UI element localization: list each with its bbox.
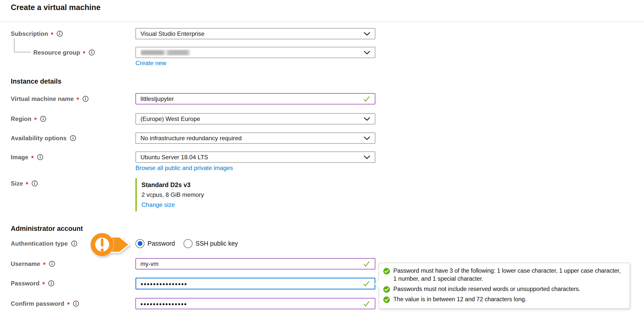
radio-circle: [184, 239, 193, 248]
region-dropdown[interactable]: (Europe) West Europe: [135, 113, 375, 124]
vm-name-value: littlestjupyter: [140, 95, 360, 102]
required-marker: *: [26, 180, 28, 188]
chevron-down-icon: [364, 32, 370, 36]
required-marker: *: [31, 153, 34, 161]
subscription-label: Subscription: [11, 30, 48, 37]
radio-password-label: Password: [147, 240, 175, 247]
resource-group-value-redacted: [140, 50, 361, 56]
image-label: Image: [11, 154, 28, 161]
valid-check-icon: [363, 300, 370, 307]
password-label: Password: [11, 280, 40, 287]
auth-type-radio-group: Password SSH public key: [135, 238, 238, 249]
username-value: my-vm: [140, 260, 360, 267]
info-icon[interactable]: [32, 180, 38, 187]
create-vm-page: Create a virtual machine Subscription * …: [0, 0, 644, 319]
instance-details-heading: Instance details: [11, 78, 62, 85]
info-icon[interactable]: [71, 240, 77, 247]
availability-value: No infrastructure redundancy required: [140, 135, 361, 142]
password-validation-tooltip: Password must have 3 of the following: 1…: [379, 263, 630, 309]
info-icon[interactable]: [89, 49, 95, 56]
radio-ssh-label: SSH public key: [196, 240, 238, 247]
chevron-down-icon: [364, 136, 370, 140]
resource-group-dropdown[interactable]: [135, 47, 375, 58]
radio-ssh-public-key[interactable]: SSH public key: [184, 239, 238, 248]
info-icon[interactable]: [73, 300, 79, 307]
check-circle-icon: [383, 296, 390, 303]
size-summary: Standard D2s v3 2 vcpus, 8 GiB memory Ch…: [135, 178, 266, 211]
validation-rule: The value is in between 12 and 72 charac…: [383, 295, 624, 303]
chevron-down-icon: [364, 117, 370, 121]
required-marker: *: [51, 30, 53, 38]
required-marker: *: [34, 115, 37, 123]
resource-group-label-row: Resource group *: [33, 47, 95, 58]
subscription-value: Visual Studio Enterprise: [140, 30, 361, 37]
valid-check-icon: [363, 260, 370, 268]
browse-images-link[interactable]: Browse all public and private images: [135, 165, 233, 172]
confirm-password-label: Confirm password: [11, 300, 64, 307]
info-icon[interactable]: [40, 116, 46, 122]
info-icon[interactable]: [57, 31, 63, 37]
required-marker: *: [67, 300, 70, 308]
chevron-down-icon: [364, 51, 370, 55]
chevron-down-icon: [364, 155, 370, 159]
password-input[interactable]: •••••••••••••••: [135, 278, 375, 289]
vm-name-input[interactable]: littlestjupyter: [135, 93, 375, 104]
vm-name-label-row: Virtual machine name *: [11, 93, 89, 104]
availability-label: Availability options: [11, 135, 67, 142]
required-marker: *: [42, 279, 45, 287]
administrator-account-heading: Administrator account: [11, 225, 83, 233]
resource-group-label: Resource group: [33, 49, 80, 56]
create-new-link[interactable]: Create new: [135, 60, 166, 67]
required-marker: *: [83, 49, 85, 57]
size-specs: 2 vcpus, 8 GiB memory: [141, 190, 266, 200]
radio-circle: [135, 239, 144, 248]
warning-exclamation-icon: [88, 229, 132, 260]
password-masked-value: •••••••••••••••: [141, 279, 359, 288]
info-icon[interactable]: [70, 135, 76, 141]
password-label-row: Password *: [11, 278, 54, 289]
change-size-link[interactable]: Change size: [141, 201, 175, 208]
vm-name-label: Virtual machine name: [11, 95, 74, 102]
validation-rule: Password must have 3 of the following: 1…: [383, 267, 624, 283]
username-input[interactable]: my-vm: [135, 258, 375, 269]
availability-dropdown[interactable]: No infrastructure redundancy required: [135, 132, 375, 144]
required-marker: *: [77, 95, 79, 103]
required-marker: *: [43, 260, 46, 268]
radio-password[interactable]: Password: [135, 239, 175, 248]
validation-rule: Passwords must not include reserved word…: [383, 285, 624, 293]
info-icon[interactable]: [37, 154, 43, 160]
image-dropdown[interactable]: Ubuntu Server 18.04 LTS: [135, 151, 375, 163]
divider: [0, 22, 644, 22]
image-value: Ubuntu Server 18.04 LTS: [140, 154, 361, 161]
subscription-label-row: Subscription *: [11, 28, 63, 39]
info-icon[interactable]: [82, 96, 89, 102]
check-circle-icon: [383, 286, 390, 293]
valid-check-icon: [363, 95, 370, 103]
image-label-row: Image *: [11, 151, 43, 163]
page-title: Create a virtual machine: [11, 3, 100, 12]
valid-check-icon: [362, 280, 370, 287]
size-label-row: Size *: [11, 178, 38, 189]
validation-rule-text: Password must have 3 of the following: 1…: [393, 267, 624, 283]
size-label: Size: [11, 180, 23, 187]
validation-rule-text: The value is in between 12 and 72 charac…: [393, 295, 527, 303]
region-label: Region: [11, 115, 32, 122]
tooltip-arrow: [374, 279, 384, 289]
auth-type-label-row: Authentication type: [11, 238, 77, 249]
tree-connector-horizontal: [14, 52, 31, 52]
auth-type-label: Authentication type: [11, 240, 68, 247]
tree-connector-vertical: [14, 39, 15, 52]
subscription-dropdown[interactable]: Visual Studio Enterprise: [135, 28, 375, 39]
info-icon[interactable]: [49, 261, 55, 267]
confirm-password-label-row: Confirm password *: [11, 298, 79, 309]
validation-rule-text: Passwords must not include reserved word…: [393, 285, 580, 293]
region-value: (Europe) West Europe: [140, 115, 361, 122]
username-label: Username: [11, 260, 40, 267]
username-label-row: Username *: [11, 258, 55, 269]
size-name: Standard D2s v3: [141, 180, 266, 190]
info-icon[interactable]: [48, 280, 54, 286]
confirm-password-input[interactable]: •••••••••••••••: [135, 298, 375, 309]
confirm-password-masked-value: •••••••••••••••: [140, 299, 360, 308]
region-label-row: Region *: [11, 113, 46, 124]
check-circle-icon: [383, 268, 390, 275]
